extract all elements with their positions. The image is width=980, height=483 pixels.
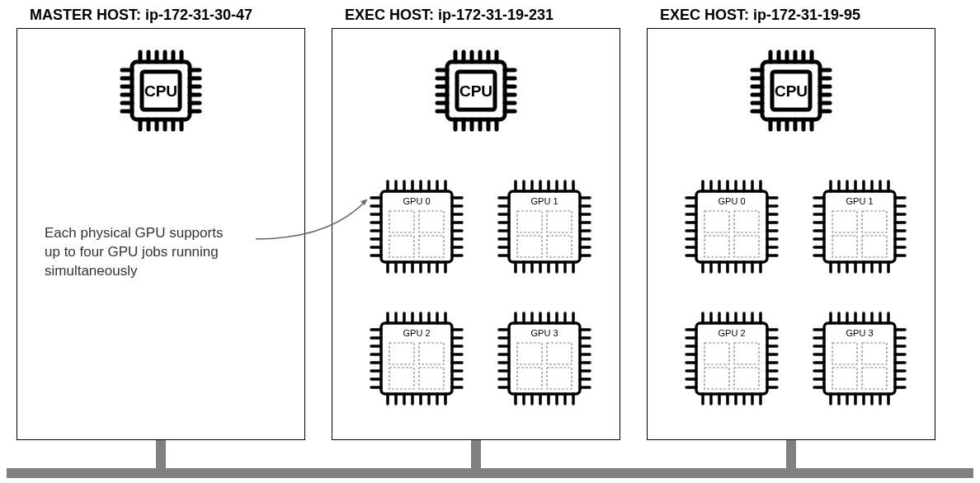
- annotation-line1: Each physical GPU supports: [45, 225, 223, 241]
- svg-rect-185: [389, 343, 414, 364]
- svg-rect-297: [862, 211, 887, 232]
- gpu-label: GPU 0: [403, 196, 430, 206]
- svg-rect-372: [832, 368, 857, 389]
- gpu-chip-exec2-3: GPU 3: [806, 305, 913, 415]
- gpu-label: GPU 1: [530, 196, 558, 206]
- gpu-chip-exec1-2: GPU 2: [363, 305, 470, 415]
- svg-rect-335: [704, 368, 729, 389]
- svg-rect-370: [832, 343, 857, 364]
- svg-rect-225: [547, 368, 572, 389]
- network-leg-master: [156, 440, 166, 471]
- host-title-exec-1: EXEC HOST: ip-172-31-19-231: [345, 7, 554, 24]
- svg-rect-371: [862, 343, 887, 364]
- svg-rect-336: [734, 368, 759, 389]
- svg-rect-111: [389, 211, 414, 232]
- gpu-label: GPU 3: [530, 328, 558, 338]
- gpu-chip-exec2-2: GPU 2: [678, 305, 785, 415]
- svg-rect-150: [517, 236, 542, 257]
- diagram-canvas: MASTER HOST: ip-172-31-30-47 EXEC HOST: …: [0, 0, 980, 483]
- svg-rect-334: [734, 343, 759, 364]
- cpu-chip-exec-2: CPU: [746, 45, 836, 139]
- svg-rect-333: [704, 343, 729, 364]
- annotation-line3: simultaneously: [45, 263, 137, 279]
- svg-rect-114: [419, 236, 444, 257]
- cpu-chip-exec-1: CPU: [431, 45, 521, 139]
- svg-rect-149: [547, 211, 572, 232]
- svg-rect-188: [419, 368, 444, 389]
- svg-rect-224: [517, 368, 542, 389]
- svg-rect-148: [517, 211, 542, 232]
- svg-rect-223: [547, 343, 572, 364]
- gpu-chip-exec2-0: GPU 0: [678, 173, 785, 284]
- svg-rect-222: [517, 343, 542, 364]
- gpu-chip-exec2-1: GPU 1: [806, 173, 913, 284]
- svg-rect-151: [547, 236, 572, 257]
- network-leg-exec-2: [786, 440, 796, 471]
- svg-rect-186: [419, 343, 444, 364]
- svg-rect-296: [832, 211, 857, 232]
- network-leg-exec-1: [471, 440, 481, 471]
- gpu-label: GPU 1: [846, 196, 873, 206]
- svg-rect-262: [734, 236, 759, 257]
- gpu-chip-exec1-3: GPU 3: [491, 305, 598, 415]
- svg-rect-259: [704, 211, 729, 232]
- gpu-label: GPU 0: [718, 196, 745, 206]
- gpu-chip-exec1-1: GPU 1: [491, 173, 598, 284]
- gpu-label: GPU 2: [718, 328, 745, 338]
- gpu-label: GPU 3: [846, 328, 873, 338]
- gpu-label: GPU 2: [403, 328, 430, 338]
- svg-rect-373: [862, 368, 887, 389]
- cpu-chip-master: CPU: [115, 45, 206, 139]
- annotation-text: Each physical GPU supports up to four GP…: [45, 224, 267, 281]
- cpu-label: CPU: [459, 82, 492, 100]
- gpu-chip-exec1-0: GPU 0: [363, 173, 470, 284]
- svg-rect-260: [734, 211, 759, 232]
- svg-rect-113: [389, 236, 414, 257]
- cpu-label: CPU: [775, 82, 808, 100]
- host-title-exec-2: EXEC HOST: ip-172-31-19-95: [660, 7, 860, 24]
- cpu-label: CPU: [144, 82, 177, 100]
- svg-rect-299: [862, 236, 887, 257]
- svg-rect-261: [704, 236, 729, 257]
- svg-rect-298: [832, 236, 857, 257]
- host-title-master: MASTER HOST: ip-172-31-30-47: [30, 7, 252, 24]
- annotation-line2: up to four GPU jobs running: [45, 244, 219, 260]
- svg-rect-112: [419, 211, 444, 232]
- network-bus: [7, 468, 973, 478]
- svg-rect-187: [389, 368, 414, 389]
